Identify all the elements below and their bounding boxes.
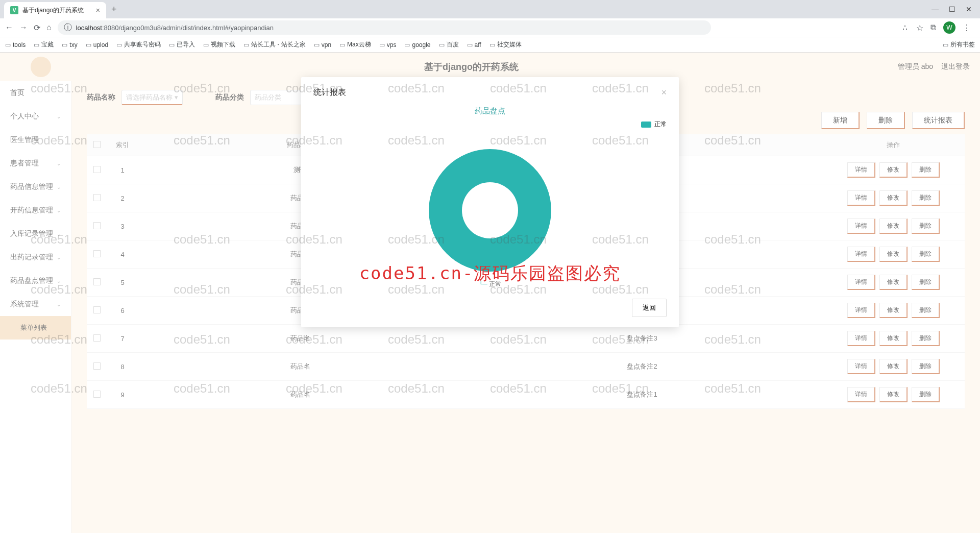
bookmark-item[interactable]: ▭ Max云梯 [339,40,371,49]
legend-swatch [641,122,651,128]
reload-icon[interactable]: ⟳ [34,23,40,33]
address-bar: ← → ⟳ ⌂ ⓘ localhost:8080/django0m3u8/adm… [0,18,980,37]
close-icon[interactable]: × [661,87,667,98]
tab-title: 基于django的开药系统 [22,6,92,15]
bookmark-item[interactable]: ▭ 视频下载 [203,40,235,49]
bookmark-item[interactable]: ▭ 宝藏 [34,40,54,49]
extension-icon[interactable]: ⧉ [930,23,936,32]
url-host: localhost [76,24,102,32]
url-path: :8080/django0m3u8/admin/dist/index.html#… [102,24,274,32]
menu-icon[interactable]: ⋮ [963,23,971,33]
close-window-icon[interactable]: ✕ [966,5,972,13]
report-modal: 统计报表 × 药品盘点 正常 └─ 正常 返回 [301,77,679,327]
window-controls: — ☐ ✕ [932,5,980,13]
modal-title: 统计报表 [313,87,346,98]
bookmark-item[interactable]: ▭ 站长工具 - 站长之家 [243,40,306,49]
bookmark-item[interactable]: ▭ vps [379,41,397,49]
close-icon[interactable]: × [96,6,100,14]
tab-bar: V 基于django的开药系统 × + — ☐ ✕ [0,0,980,18]
url-input[interactable]: ⓘ localhost:8080/django0m3u8/admin/dist/… [58,20,711,35]
back-button[interactable]: 返回 [632,299,667,317]
bookmark-item[interactable]: ▭ aff [467,41,481,49]
bookmark-item[interactable]: ▭ tools [5,41,26,49]
profile-badge[interactable]: W [943,21,955,34]
modal-overlay: 统计报表 × 药品盘点 正常 └─ 正常 返回 [0,53,980,533]
favicon: V [10,6,18,14]
forward-icon[interactable]: → [19,23,28,32]
minimize-icon[interactable]: — [932,5,939,13]
bookmark-item[interactable]: ▭ google [404,41,430,49]
back-icon[interactable]: ← [5,23,13,32]
donut-chart [313,134,667,277]
maximize-icon[interactable]: ☐ [949,5,955,13]
chart-title: 药品盘点 [313,106,667,116]
home-icon[interactable]: ⌂ [46,23,52,32]
browser-tab[interactable]: V 基于django的开药系统 × [4,2,106,18]
bookmark-item[interactable]: ▭ 社交媒体 [489,40,522,49]
legend-label: 正常 [654,120,667,129]
star-icon[interactable]: ☆ [916,23,923,33]
chart-legend: 正常 [313,120,667,129]
info-icon: ⓘ [64,22,72,33]
bookmark-bar: ▭ tools▭ 宝藏▭ txy▭ uplod▭ 共享账号密码▭ 已导入▭ 视频… [0,37,980,52]
all-bookmarks[interactable]: ▭ 所有书签 [943,40,975,49]
bookmark-item[interactable]: ▭ 共享账号密码 [116,40,161,49]
bookmark-item[interactable]: ▭ vpn [314,41,331,49]
translate-icon[interactable]: ⛬ [901,23,909,32]
bookmark-item[interactable]: ▭ uplod [86,41,108,49]
bookmark-item[interactable]: ▭ 已导入 [169,40,195,49]
browser-chrome: V 基于django的开药系统 × + — ☐ ✕ ← → ⟳ ⌂ ⓘ loca… [0,0,980,53]
app-root: 基于django的开药系统 管理员 abo 退出登录 首页个人中心⌄医生管理⌄患… [0,53,980,533]
new-tab-button[interactable]: + [106,4,122,15]
watermark-big: code51.cn-源码乐园盗图必究 [359,262,621,285]
bookmark-item[interactable]: ▭ txy [62,41,77,49]
bookmark-item[interactable]: ▭ 百度 [439,40,459,49]
